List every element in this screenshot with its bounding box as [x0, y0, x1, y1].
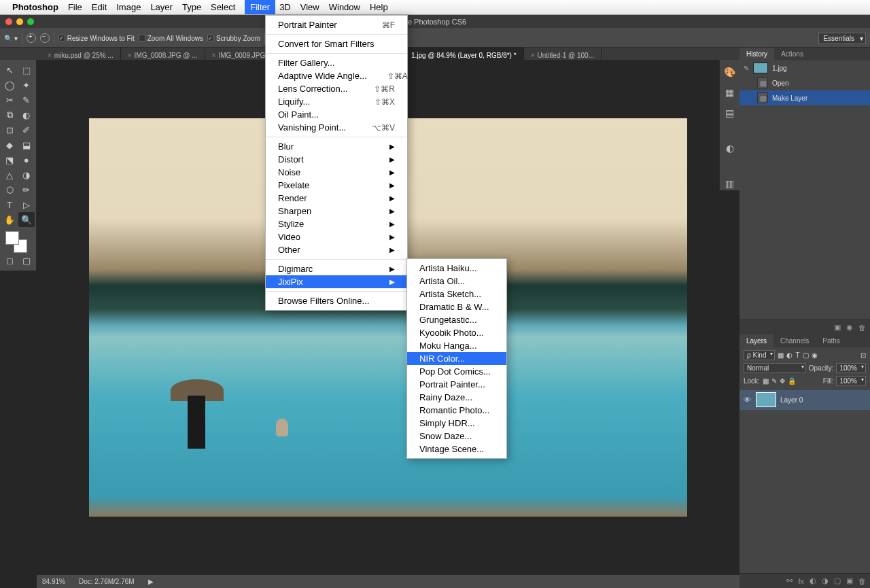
menu-edit[interactable]: Edit [92, 2, 107, 12]
menu-type[interactable]: Type [182, 2, 201, 12]
doc-size[interactable]: Doc: 2.76M/2.76M [79, 578, 135, 585]
menu-3d[interactable]: 3D [279, 2, 291, 12]
resize-windows-checkbox[interactable]: ✓Resize Windows to Fit [58, 35, 135, 42]
menu-layer[interactable]: Layer [150, 2, 173, 12]
tool-8[interactable]: ⊡ [1, 122, 18, 137]
filter-menu-item[interactable]: Browse Filters Online... [266, 294, 407, 307]
close-tab-icon[interactable]: × [531, 52, 535, 59]
submenu-item[interactable]: Vintage Scene... [407, 443, 506, 455]
mask-icon[interactable]: ◐ [810, 576, 816, 585]
filter-icon[interactable]: T [795, 351, 799, 359]
new-layer-icon[interactable]: ▣ [846, 576, 853, 585]
layer-item[interactable]: 👁 Layer 0 [740, 390, 870, 410]
swatches-icon[interactable]: ▦ [723, 86, 737, 99]
tab-paths[interactable]: Paths [816, 334, 847, 347]
filter-menu-item[interactable]: Digimarc▶ [266, 262, 407, 275]
submenu-item[interactable]: Dramatic B & W... [407, 300, 506, 313]
filter-icon[interactable]: ◉ [812, 351, 818, 359]
zoom-all-checkbox[interactable]: Zoom All Windows [139, 35, 203, 42]
opacity-value[interactable]: 100% [836, 363, 866, 373]
filter-menu-item[interactable]: Distort▶ [266, 153, 407, 166]
filter-menu-item[interactable]: Convert for Smart Filters [266, 37, 407, 50]
history-doc-row[interactable]: ✎ 1.jpg [740, 60, 870, 75]
workspace-dropdown[interactable]: Essentials [818, 33, 866, 44]
tool-17[interactable]: ✏ [18, 182, 35, 197]
adjust-layer-icon[interactable]: ◑ [822, 576, 829, 585]
close-tab-icon[interactable]: × [48, 52, 52, 59]
submenu-item[interactable]: Artista Sketch... [407, 288, 506, 300]
lock-all-icon[interactable]: 🔒 [788, 377, 796, 385]
menu-help[interactable]: Help [370, 2, 388, 12]
filter-icon[interactable]: ▦ [778, 351, 784, 359]
filter-menu-item[interactable]: Lens Correction...⇧⌘R [266, 82, 407, 95]
tool-11[interactable]: ⬓ [18, 137, 35, 152]
fx-icon[interactable]: fx [798, 577, 804, 585]
filter-menu-item[interactable]: Other▶ [266, 243, 407, 256]
layer-name[interactable]: Layer 0 [780, 396, 803, 404]
filter-menu-item[interactable]: JixiPix▶ [266, 275, 407, 288]
tool-12[interactable]: ⬔ [1, 152, 18, 167]
submenu-item[interactable]: Simply HDR... [407, 417, 506, 430]
menu-file[interactable]: File [68, 2, 82, 12]
filter-menu-item[interactable]: Vanishing Point...⌥⌘V [266, 121, 407, 134]
submenu-item[interactable]: Artista Haiku... [407, 262, 506, 275]
filter-menu-item[interactable]: Stylize▶ [266, 218, 407, 230]
blend-mode-dropdown[interactable]: Normal [744, 363, 806, 373]
trash-icon[interactable]: 🗑 [858, 324, 866, 332]
tool-10[interactable]: ◆ [1, 137, 18, 152]
visibility-icon[interactable]: 👁 [744, 396, 752, 404]
maximize-icon[interactable] [27, 18, 34, 25]
tool-15[interactable]: ◑ [18, 167, 35, 182]
submenu-item[interactable]: Snow Daze... [407, 430, 506, 443]
zoom-tool-icon[interactable]: 🔍 ▾ [4, 35, 18, 42]
filter-icon[interactable]: ◐ [786, 351, 793, 359]
tool-19[interactable]: ▷ [18, 197, 35, 212]
submenu-item[interactable]: Portrait Painter... [407, 378, 506, 391]
tab-actions[interactable]: Actions [774, 48, 810, 60]
tab-channels[interactable]: Channels [773, 334, 816, 347]
filter-menu-item[interactable]: Liquify...⇧⌘X [266, 95, 407, 108]
tool-14[interactable]: △ [1, 167, 18, 182]
link-icon[interactable]: ⚯ [786, 576, 793, 585]
filter-menu-item[interactable]: Noise▶ [266, 166, 407, 179]
submenu-item[interactable]: Artista Oil... [407, 275, 506, 288]
trash-icon[interactable]: 🗑 [858, 577, 866, 585]
app-name[interactable]: Photoshop [12, 2, 58, 12]
submenu-item[interactable]: NIR Color... [407, 352, 506, 365]
status-arrow-icon[interactable]: ▶ [148, 578, 154, 585]
tool-5[interactable]: ✎ [18, 92, 35, 107]
tool-21[interactable]: 🔍 [18, 212, 35, 227]
menu-filter[interactable]: Filter [245, 0, 275, 14]
kind-filter[interactable]: ρ Kind [744, 350, 775, 360]
tool-3[interactable]: ✦ [18, 77, 35, 92]
tool-16[interactable]: ⬡ [1, 182, 18, 197]
close-icon[interactable] [5, 18, 12, 25]
submenu-item[interactable]: Pop Dot Comics... [407, 365, 506, 378]
menu-window[interactable]: Window [329, 2, 360, 12]
camera-icon[interactable]: ◉ [846, 323, 853, 332]
history-item[interactable]: ▤ Open [740, 75, 870, 90]
toggle-icon[interactable]: ⊡ [860, 351, 866, 359]
group-icon[interactable]: ▢ [834, 576, 841, 585]
filter-menu-item[interactable]: Portrait Painter⌘F [266, 18, 407, 31]
tool-1[interactable]: ⬚ [18, 63, 35, 77]
tab-history[interactable]: History [740, 48, 774, 60]
tool-7[interactable]: ◐ [18, 107, 35, 122]
quickmask-icon[interactable]: ◻ [1, 253, 18, 268]
zoom-out-icon[interactable] [40, 33, 50, 43]
extra-icon[interactable]: ▥ [723, 177, 737, 190]
tool-0[interactable]: ↖ [1, 63, 18, 77]
zoom-percent[interactable]: 84.91% [42, 578, 65, 585]
scrubby-zoom-checkbox[interactable]: ✓Scrubby Zoom [207, 35, 260, 42]
filter-menu-item[interactable]: Sharpen▶ [266, 205, 407, 218]
filter-menu-item[interactable]: Filter Gallery... [266, 56, 407, 69]
filter-menu-item[interactable]: Blur▶ [266, 140, 407, 153]
close-tab-icon[interactable]: × [128, 52, 132, 59]
new-snapshot-icon[interactable]: ▣ [834, 323, 841, 332]
styles-icon[interactable]: ▤ [723, 106, 737, 120]
tool-4[interactable]: ✂ [1, 92, 18, 107]
filter-menu-item[interactable]: Adaptive Wide Angle...⇧⌘A [266, 69, 407, 82]
color-icon[interactable]: 🎨 [723, 65, 737, 79]
lock-paint-icon[interactable]: ✎ [771, 377, 777, 385]
filter-menu-item[interactable]: Render▶ [266, 192, 407, 205]
